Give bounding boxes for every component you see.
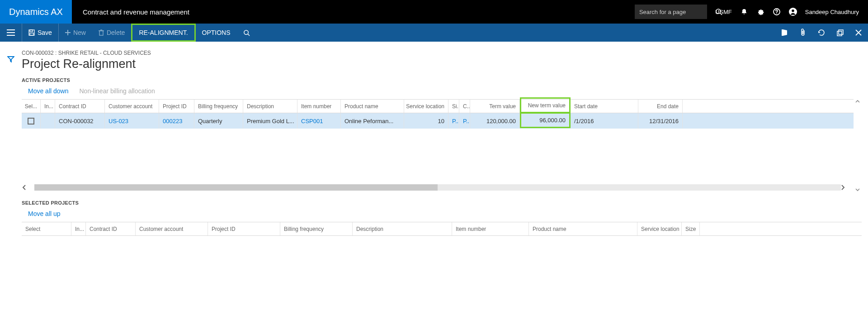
scroll-left-icon[interactable] bbox=[22, 184, 34, 191]
svg-rect-22 bbox=[839, 30, 843, 34]
col-term-value[interactable]: Term value bbox=[470, 100, 520, 113]
cell-item[interactable]: CSP001 bbox=[297, 113, 341, 129]
col-si[interactable]: Si... bbox=[448, 100, 459, 113]
company-picker[interactable]: USMF bbox=[715, 9, 732, 15]
realignment-tab[interactable]: RE-ALIGNMENT. bbox=[131, 24, 195, 42]
cell-project-id[interactable]: 000223 bbox=[159, 113, 194, 129]
col-project-id[interactable]: Project ID bbox=[159, 100, 194, 113]
move-all-down-link[interactable]: Move all down bbox=[28, 87, 69, 95]
options-tab[interactable]: OPTIONS bbox=[196, 24, 237, 42]
cell-description: Premium Gold L... bbox=[243, 113, 297, 129]
col-new-term-value[interactable]: New term value bbox=[520, 97, 571, 114]
svg-marker-20 bbox=[783, 29, 787, 36]
col-project-id[interactable]: Project ID bbox=[208, 222, 280, 235]
col-product-name[interactable]: Product name bbox=[529, 222, 637, 235]
page-title: Project Re-alignment bbox=[22, 57, 862, 71]
new-button[interactable]: New bbox=[58, 24, 92, 42]
col-in[interactable]: In... bbox=[41, 100, 55, 113]
col-product-name[interactable]: Product name bbox=[341, 100, 404, 113]
scroll-down-icon[interactable] bbox=[855, 187, 860, 192]
new-label: New bbox=[73, 29, 86, 36]
selected-projects-label: SELECTED PROJECTS bbox=[22, 200, 862, 206]
col-c[interactable]: C... bbox=[459, 100, 470, 113]
col-customer[interactable]: Customer account bbox=[105, 100, 159, 113]
scroll-thumb[interactable] bbox=[34, 184, 438, 191]
cell-customer[interactable]: US-023 bbox=[105, 113, 159, 129]
cell-in bbox=[41, 113, 55, 129]
content-area: CON-000032 : SHRIKE RETAIL - CLOUD SERVI… bbox=[0, 42, 868, 236]
search-input[interactable] bbox=[639, 9, 715, 15]
svg-rect-21 bbox=[837, 31, 842, 36]
popout-icon[interactable] bbox=[834, 27, 846, 39]
col-select[interactable]: Sel... bbox=[22, 100, 41, 113]
close-icon[interactable] bbox=[853, 27, 864, 38]
cell-si[interactable]: P... bbox=[448, 113, 459, 129]
horizontal-scrollbar[interactable] bbox=[22, 183, 854, 192]
col-billing-freq[interactable]: Billing frequency bbox=[194, 100, 243, 113]
col-start-date[interactable]: Start date bbox=[571, 100, 638, 113]
svg-rect-10 bbox=[30, 30, 33, 32]
table-row[interactable]: CON-000032 US-023 000223 Quarterly Premi… bbox=[22, 113, 854, 129]
global-search[interactable] bbox=[635, 5, 707, 19]
svg-rect-14 bbox=[99, 31, 103, 35]
col-description[interactable]: Description bbox=[353, 222, 452, 235]
row-checkbox[interactable] bbox=[22, 113, 41, 129]
scroll-track[interactable] bbox=[34, 184, 841, 191]
col-service-loc[interactable]: Service location bbox=[637, 222, 682, 235]
help-icon[interactable] bbox=[773, 8, 781, 16]
col-service-loc[interactable]: Service location bbox=[404, 100, 448, 113]
save-button[interactable]: Save bbox=[22, 24, 58, 42]
col-item[interactable]: Item number bbox=[297, 100, 341, 113]
move-all-up-link[interactable]: Move all up bbox=[28, 210, 61, 217]
svg-point-17 bbox=[244, 30, 248, 34]
col-end-date[interactable]: End date bbox=[638, 100, 683, 113]
office-icon[interactable] bbox=[778, 26, 791, 39]
active-projects-grid: Sel... In... Contract ID Customer accoun… bbox=[22, 99, 854, 129]
col-billing-freq[interactable]: Billing frequency bbox=[280, 222, 353, 235]
col-select[interactable]: Select bbox=[22, 222, 71, 235]
checkbox-icon[interactable] bbox=[28, 118, 34, 125]
col-contract-id[interactable]: Contract ID bbox=[55, 100, 105, 113]
attachment-icon[interactable] bbox=[797, 26, 809, 39]
svg-rect-19 bbox=[782, 29, 783, 36]
options-label: OPTIONS bbox=[202, 29, 231, 36]
svg-point-3 bbox=[776, 13, 777, 14]
active-projects-label: ACTIVE PROJECTS bbox=[22, 77, 862, 83]
grid-header: Sel... In... Contract ID Customer accoun… bbox=[22, 100, 854, 113]
col-contract-id[interactable]: Contract ID bbox=[86, 222, 136, 235]
bell-icon[interactable] bbox=[740, 8, 748, 16]
realignment-label: RE-ALIGNMENT. bbox=[139, 29, 188, 36]
gear-icon[interactable] bbox=[756, 8, 764, 16]
svg-rect-11 bbox=[30, 33, 33, 35]
command-bar: Save New Delete RE-ALIGNMENT. OPTIONS bbox=[0, 24, 868, 42]
col-size[interactable]: Size bbox=[682, 222, 700, 235]
brand-logo[interactable]: Dynamics AX bbox=[0, 0, 72, 24]
user-icon[interactable] bbox=[789, 8, 797, 16]
username[interactable]: Sandeep Chaudhury bbox=[805, 9, 859, 15]
col-item[interactable]: Item number bbox=[452, 222, 529, 235]
cell-start-date: /1/2016 bbox=[571, 113, 638, 129]
col-customer[interactable]: Customer account bbox=[136, 222, 208, 235]
search-command[interactable] bbox=[237, 24, 256, 42]
hamburger-icon[interactable] bbox=[0, 29, 22, 36]
svg-marker-25 bbox=[8, 57, 14, 62]
save-label: Save bbox=[38, 29, 52, 36]
delete-button[interactable]: Delete bbox=[92, 24, 131, 42]
filter-column bbox=[0, 42, 22, 236]
vertical-scrollbar[interactable] bbox=[854, 99, 862, 192]
grid-header: Select In... Contract ID Customer accoun… bbox=[22, 222, 862, 236]
col-in[interactable]: In... bbox=[71, 222, 86, 235]
cell-end-date: 12/31/2016 bbox=[638, 113, 683, 129]
scroll-up-icon[interactable] bbox=[855, 99, 860, 104]
delete-label: Delete bbox=[107, 29, 125, 36]
cell-product-name: Online Peforman... bbox=[341, 113, 404, 129]
svg-line-18 bbox=[248, 34, 250, 36]
refresh-icon[interactable] bbox=[815, 26, 828, 39]
scroll-right-icon[interactable] bbox=[841, 184, 854, 191]
filter-icon[interactable] bbox=[7, 56, 14, 236]
svg-point-5 bbox=[792, 10, 794, 12]
cell-new-term-value[interactable]: 96,000.00 bbox=[520, 112, 571, 128]
cell-c[interactable]: P... bbox=[459, 113, 470, 129]
nonlinear-link: Non-linear billing allocation bbox=[80, 87, 155, 95]
col-description[interactable]: Description bbox=[243, 100, 297, 113]
